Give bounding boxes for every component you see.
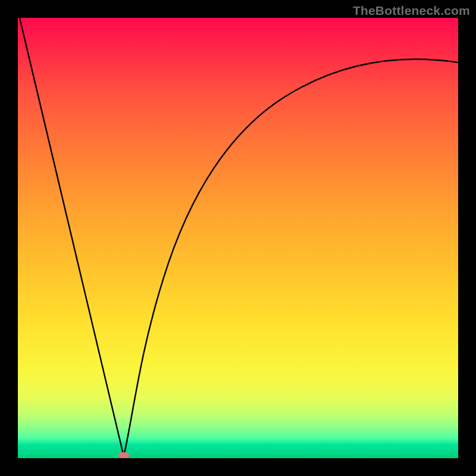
curve-path xyxy=(20,18,458,456)
watermark-text: TheBottleneck.com xyxy=(353,4,470,18)
chart-curve xyxy=(18,18,458,458)
minimum-marker xyxy=(118,452,129,458)
